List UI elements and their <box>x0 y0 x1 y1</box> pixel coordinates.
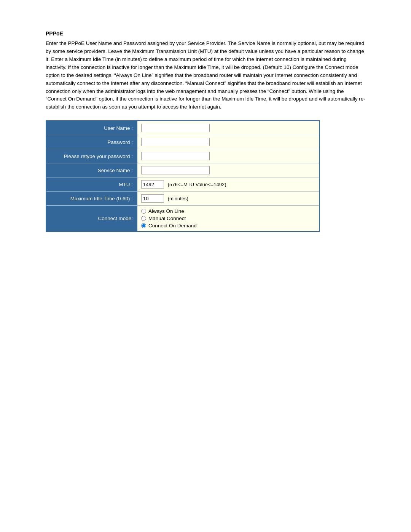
mtu-value-cell: (576<=MTU Value<=1492) <box>137 177 319 192</box>
always-on-line-option[interactable]: Always On Line <box>141 208 315 214</box>
user-name-row: User Name : <box>46 121 319 135</box>
connect-mode-value-cell: Always On Line Manual Connect Connect On… <box>137 206 319 232</box>
always-on-line-radio[interactable] <box>141 209 146 214</box>
service-name-label: Service Name : <box>46 163 137 177</box>
password-input[interactable] <box>141 138 210 146</box>
manual-connect-option[interactable]: Manual Connect <box>141 216 315 221</box>
minutes-hint: (minutes) <box>168 196 188 201</box>
password-row: Password : <box>46 135 319 149</box>
connect-mode-radio-group: Always On Line Manual Connect Connect On… <box>141 208 315 228</box>
idle-time-label: Maximum Idle Time (0-60) : <box>46 192 137 206</box>
user-name-input[interactable] <box>141 124 210 132</box>
mtu-input[interactable] <box>141 180 164 189</box>
idle-time-input[interactable] <box>141 194 164 203</box>
service-name-row: Service Name : <box>46 163 319 177</box>
idle-time-value-cell: (minutes) <box>137 192 319 206</box>
description-text: Enter the PPPoE User Name and Password a… <box>46 40 365 111</box>
connect-mode-row: Connect mode: Always On Line Manual Conn… <box>46 206 319 232</box>
service-name-value-cell <box>137 163 319 177</box>
manual-connect-label: Manual Connect <box>148 216 186 221</box>
retype-password-row: Please retype your password : <box>46 149 319 163</box>
retype-password-label: Please retype your password : <box>46 149 137 163</box>
connect-mode-label: Connect mode: <box>46 206 137 232</box>
user-name-label: User Name : <box>46 121 137 135</box>
always-on-line-label: Always On Line <box>148 208 184 214</box>
page-container: PPPoE Enter the PPPoE User Name and Pass… <box>46 30 365 232</box>
retype-password-value-cell <box>137 149 319 163</box>
mtu-label: MTU : <box>46 177 137 192</box>
idle-time-row: Maximum Idle Time (0-60) : (minutes) <box>46 192 319 206</box>
page-title: PPPoE <box>46 30 365 37</box>
mtu-hint: (576<=MTU Value<=1492) <box>168 182 226 187</box>
connect-on-demand-label: Connect On Demand <box>148 223 197 228</box>
pppoe-form-table: User Name : Password : Please retype you… <box>46 120 320 232</box>
retype-password-input[interactable] <box>141 152 210 160</box>
connect-on-demand-radio[interactable] <box>141 223 146 228</box>
password-value-cell <box>137 135 319 149</box>
mtu-row: MTU : (576<=MTU Value<=1492) <box>46 177 319 192</box>
user-name-value-cell <box>137 121 319 135</box>
service-name-input[interactable] <box>141 166 210 174</box>
connect-on-demand-option[interactable]: Connect On Demand <box>141 223 315 228</box>
password-label: Password : <box>46 135 137 149</box>
manual-connect-radio[interactable] <box>141 216 146 221</box>
